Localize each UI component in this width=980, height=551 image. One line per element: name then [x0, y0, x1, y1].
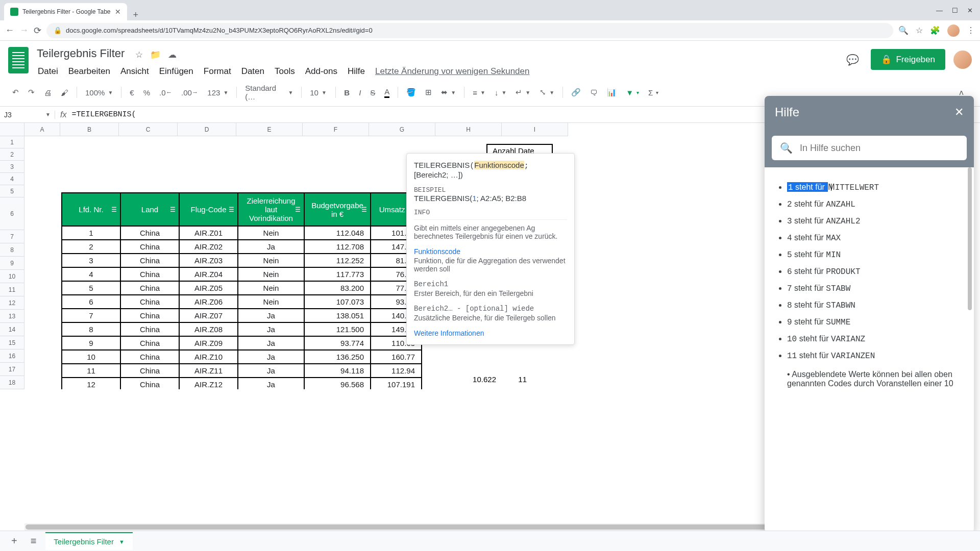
table-cell[interactable]: 112.94	[371, 364, 422, 378]
row-header-14[interactable]: 14	[0, 323, 24, 336]
help-code-item[interactable]: 8 steht für STABWN	[787, 300, 964, 310]
row-header-11[interactable]: 11	[0, 283, 24, 296]
help-search-input[interactable]	[800, 143, 959, 154]
table-row[interactable]: 5ChinaAIR.Z05Nein83.20077.37	[62, 281, 422, 295]
table-cell[interactable]: AIR.Z03	[179, 254, 238, 267]
row-header-1[interactable]: 1	[0, 136, 24, 148]
font-size-select[interactable]: 10▼	[306, 86, 331, 99]
table-cell[interactable]: China	[120, 336, 179, 350]
cloud-status-icon[interactable]: ☁	[168, 49, 177, 60]
row-header-9[interactable]: 9	[0, 257, 24, 270]
table-header[interactable]: Land☰	[120, 193, 179, 226]
text-color-icon[interactable]: A	[380, 84, 394, 101]
minimize-icon[interactable]: —	[936, 7, 943, 14]
table-cell[interactable]: 160.77	[371, 350, 422, 364]
cell-i18[interactable]: 11	[502, 373, 533, 386]
help-code-item[interactable]: 5 steht für MIN	[787, 250, 964, 260]
chrome-menu-icon[interactable]: ⋮	[967, 26, 975, 35]
filter-icon[interactable]: ☰	[229, 206, 234, 213]
print-icon[interactable]: 🖨	[40, 85, 56, 100]
comment-icon[interactable]: 🗨	[586, 85, 602, 100]
star-icon[interactable]: ☆	[135, 49, 143, 60]
table-cell[interactable]: Ja	[238, 322, 304, 336]
table-cell[interactable]: 94.118	[304, 364, 371, 378]
table-cell[interactable]: 7	[62, 309, 120, 322]
name-box[interactable]: J3▼	[0, 111, 55, 119]
table-cell[interactable]: 83.200	[304, 281, 371, 295]
row-header-5[interactable]: 5	[0, 185, 24, 197]
table-cell[interactable]: 6	[62, 295, 120, 309]
increase-decimal-button[interactable]: .00→	[177, 85, 202, 100]
table-cell[interactable]: AIR.Z11	[179, 364, 238, 378]
table-cell[interactable]: 8	[62, 322, 120, 336]
filter-icon[interactable]: ☰	[361, 206, 367, 213]
filter-icon[interactable]: ☰	[295, 206, 301, 213]
close-tab-icon[interactable]: ✕	[115, 8, 121, 16]
font-select[interactable]: Standard (…▼	[241, 82, 297, 103]
forward-icon[interactable]: →	[19, 25, 29, 36]
table-row[interactable]: 3ChinaAIR.Z03Nein112.25281.94	[62, 254, 422, 267]
row-header-10[interactable]: 10	[0, 270, 24, 283]
table-cell[interactable]: AIR.Z04	[179, 267, 238, 281]
table-cell[interactable]: 112.048	[304, 226, 371, 240]
menu-format[interactable]: Format	[200, 64, 235, 79]
row-header-13[interactable]: 13	[0, 310, 24, 323]
table-row[interactable]: 2ChinaAIR.Z02Ja112.708147.64	[62, 240, 422, 254]
profile-avatar-icon[interactable]	[947, 24, 960, 37]
menu-datei[interactable]: Datei	[34, 64, 62, 79]
table-cell[interactable]: Nein	[238, 281, 304, 295]
table-cell[interactable]: China	[120, 254, 179, 267]
select-all-corner[interactable]	[0, 123, 24, 136]
row-header-6[interactable]: 6	[0, 197, 24, 230]
table-cell[interactable]: 138.051	[304, 309, 371, 322]
table-cell[interactable]: 136.250	[304, 350, 371, 364]
table-cell[interactable]: AIR.Z12	[179, 378, 238, 389]
help-code-item[interactable]: 2 steht für ANZAHL	[787, 199, 964, 209]
document-title[interactable]: Teilergebnis Filter	[34, 45, 128, 62]
table-cell[interactable]: China	[120, 281, 179, 295]
table-cell[interactable]: 117.773	[304, 267, 371, 281]
help-code-item[interactable]: 3 steht für ANZAHL2	[787, 216, 964, 226]
percent-button[interactable]: %	[139, 85, 154, 100]
table-cell[interactable]: Ja	[238, 378, 304, 389]
menu-add-ons[interactable]: Add-ons	[301, 64, 341, 79]
bookmark-icon[interactable]: ☆	[916, 26, 923, 35]
table-cell[interactable]: China	[120, 267, 179, 281]
account-avatar[interactable]	[953, 51, 972, 69]
comments-button[interactable]: 💬	[842, 49, 863, 70]
row-header-2[interactable]: 2	[0, 148, 24, 161]
menu-hilfe[interactable]: Hilfe	[344, 64, 369, 79]
close-window-icon[interactable]: ✕	[967, 7, 973, 14]
strikethrough-icon[interactable]: S	[366, 85, 379, 100]
table-row[interactable]: 10ChinaAIR.Z10Ja136.250160.77	[62, 350, 422, 364]
table-cell[interactable]: AIR.Z02	[179, 240, 238, 254]
v-align-icon[interactable]: ↓▼	[491, 86, 510, 99]
menu-daten[interactable]: Daten	[237, 64, 268, 79]
help-code-item[interactable]: 11 steht für VARIANZEN	[787, 351, 964, 361]
menu-bearbeiten[interactable]: Bearbeiten	[64, 64, 114, 79]
table-cell[interactable]: China	[120, 322, 179, 336]
table-row[interactable]: 11ChinaAIR.Z11Ja94.118112.94	[62, 364, 422, 378]
help-content[interactable]: 1 steht für MITTELWERT2 steht für ANZAHL…	[765, 167, 974, 389]
back-icon[interactable]: ←	[5, 25, 14, 36]
sheets-logo-icon[interactable]	[8, 47, 29, 73]
row-header-15[interactable]: 15	[0, 336, 24, 349]
table-cell[interactable]: Ja	[238, 240, 304, 254]
link-icon[interactable]: 🔗	[567, 85, 585, 100]
new-tab-button[interactable]: +	[127, 10, 145, 20]
table-cell[interactable]: AIR.Z01	[179, 226, 238, 240]
table-cell[interactable]: 96.568	[304, 378, 371, 389]
column-header-C[interactable]: C	[119, 123, 178, 136]
bold-icon[interactable]: B	[340, 85, 354, 100]
table-cell[interactable]: Ja	[238, 364, 304, 378]
table-cell[interactable]: 12	[62, 378, 120, 389]
table-cell[interactable]: China	[120, 364, 179, 378]
functions-icon[interactable]: Σ▾	[644, 86, 663, 99]
table-cell[interactable]: 3	[62, 254, 120, 267]
column-header-I[interactable]: I	[502, 123, 568, 136]
cell-h18[interactable]: 10.622	[436, 373, 502, 386]
table-cell[interactable]: 2	[62, 240, 120, 254]
help-code-item[interactable]: 1 steht für MITTELWERT	[787, 183, 964, 192]
table-cell[interactable]: 93.774	[304, 336, 371, 350]
row-header-4[interactable]: 4	[0, 173, 24, 185]
